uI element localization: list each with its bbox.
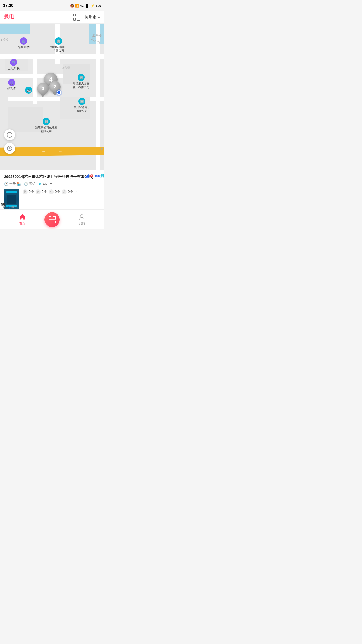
scan-button[interactable]: [44, 212, 60, 227]
meta-distance: ➤ 46.0m: [39, 182, 52, 186]
poi-name-yusong: 浙江宇松科技股份有限公司: [35, 126, 57, 133]
battery-item-kong: 空 0个: [49, 189, 60, 194]
poi-icon-haoyouduo: 🛒: [8, 79, 15, 86]
cluster-pin-0[interactable]: 0: [37, 83, 49, 94]
poi-name-haoyouduo: 好又多: [7, 87, 16, 91]
poi-icon-shenzhen: 🏢: [55, 37, 62, 45]
city-name: 杭州市: [84, 15, 97, 20]
nav-title: 换电: [4, 13, 14, 20]
nav-arrow-icon: ➤: [39, 182, 42, 186]
my-label: 我的: [79, 221, 85, 226]
station-slot: [7, 195, 16, 204]
home-icon: [19, 213, 26, 220]
sig-bar-4: [88, 174, 89, 178]
baidu-text: Bai: [2, 205, 6, 209]
poi-zhejiang-yusong: 🏢 浙江宇松科技股份有限公司: [35, 118, 57, 133]
signal-value: 100: [94, 174, 100, 178]
poi-name-fangyu: 浙江浙大方圆化工有限公司: [73, 82, 89, 89]
poi-name-shenzhen: 深圳城铄科技有限公司: [50, 45, 67, 53]
poi-pinquangouwu: 🛒 品全购物: [18, 37, 30, 49]
history-clock-icon: [7, 146, 12, 151]
sig-bar-2: [86, 176, 87, 178]
nav-title-wrap: 换电: [4, 13, 14, 21]
scan-corner-bl: [49, 221, 51, 223]
scan-corner-tl: [49, 216, 51, 219]
mute-icon: 🔕: [70, 4, 74, 8]
reserve-text: 预约: [29, 182, 36, 186]
status-icons: 🔕 📶 4G ▐▌ ⚡ 100: [70, 4, 101, 8]
crosshair-icon: [7, 132, 12, 138]
grid-list-icon[interactable]: [73, 14, 80, 21]
nav-item-home[interactable]: 首页: [0, 213, 44, 226]
current-location-dot: [57, 90, 61, 95]
bottom-nav: 首页 我的: [0, 209, 104, 229]
sig-bar-3: [87, 175, 88, 178]
batt-count-kong: 0个: [55, 190, 60, 194]
battery-item-huan: 换 0个: [23, 189, 34, 194]
signal-block: ✕ 100: [85, 174, 100, 178]
signal-bars-icon: [85, 174, 89, 178]
nav-title-underline: [4, 21, 14, 21]
batt-count-huan: 0个: [29, 190, 34, 194]
distance-text: 46.0m: [43, 182, 52, 186]
batt-icon-huan: 换: [23, 189, 28, 194]
battery-item-chong: 充 0个: [36, 189, 47, 194]
poi-icon-yusong: 🏢: [43, 118, 50, 125]
signal-4g-icon: 4G: [80, 4, 84, 7]
battery-level: 100: [96, 4, 101, 8]
baidu-extra: 图图: [11, 205, 16, 209]
cluster-count-0: 0: [37, 83, 49, 94]
scan-frame-icon: [49, 216, 56, 223]
home-label: 首页: [19, 221, 25, 226]
poi-name-zhiyuan: 杭州智源电子有限公司: [74, 105, 90, 113]
info-panel: 299280014(杭州市余杭区浙江宇松科技股份有限公司) ✕ 100 测 🕐 …: [0, 170, 104, 209]
poi-name-pinquan: 品全购物: [18, 45, 30, 49]
water-area-left: [0, 24, 30, 34]
poi-hangzhou-zhiyuan: 🏢 杭州智源电子有限公司: [74, 98, 90, 113]
poi-shenzhen-keji: 🏢 深圳城铄科技有限公司: [50, 37, 67, 53]
yellow-road: ← →: [0, 147, 104, 156]
city-selector[interactable]: 杭州市: [84, 15, 100, 20]
scan-corner-br: [53, 221, 56, 223]
bus-stop-icon: 🚌: [25, 87, 32, 94]
info-meta: 🕐 全天 🏪 🕐 预约 ➤ 46.0m: [4, 182, 100, 186]
battery-item-jin: 紧 0个: [62, 189, 73, 194]
road-h1: [0, 54, 104, 59]
poi-shijihualian: 🛒 世纪华联: [8, 59, 20, 71]
batt-icon-kong: 空: [49, 189, 54, 194]
info-bottom: 换 0个 充 0个 空 0个 紧 0个 - 50: [4, 189, 100, 209]
panel-dash: -: [76, 189, 77, 194]
svg-point-3: [81, 215, 83, 217]
wifi-icon: 📶: [75, 4, 79, 8]
batt-icon-jin: 紧: [62, 189, 67, 194]
batt-count-jin: 0个: [68, 190, 73, 194]
status-bar: 17:30 🔕 📶 4G ▐▌ ⚡ 100: [0, 0, 104, 11]
station-light-1: [6, 191, 17, 193]
cellular-icon: ▐▌: [85, 4, 89, 8]
poi-icon-pinquan: 🛒: [20, 37, 27, 45]
road-v2: [33, 54, 37, 104]
scan-line: [49, 219, 56, 220]
history-button[interactable]: [4, 143, 15, 154]
meta-hours: 🕐 全天 🏪: [4, 182, 21, 186]
poi-icon-zhiyuan: 🏢: [78, 98, 85, 105]
svg-line-2: [10, 148, 11, 149]
scan-corner-tr: [53, 216, 56, 219]
locate-button[interactable]: [4, 129, 15, 140]
poi-icon-shiji: 🛒: [10, 59, 17, 66]
signal-error-icon: ✕: [90, 174, 93, 177]
building-label-2: 2号楼: [1, 37, 8, 42]
batt-icon-chong: 充: [36, 189, 41, 194]
hours-text: 全天: [9, 182, 16, 186]
baidu-logo: 🐾: [7, 206, 10, 209]
building-label-3: 3号楼: [62, 66, 70, 70]
poi-icon-fangyu: 🏢: [78, 74, 85, 81]
nav-item-my[interactable]: 我的: [60, 213, 104, 226]
panel-right-text: 测: [100, 174, 104, 178]
baidu-watermark: Bai 🐾 图图: [0, 205, 18, 209]
clock-icon-2: 🕐: [24, 182, 28, 186]
top-nav: 换电 杭州市: [0, 11, 104, 24]
poi-name-shiji: 世纪华联: [8, 66, 20, 71]
status-time: 17:30: [3, 3, 13, 8]
chevron-down-icon: [98, 17, 100, 18]
